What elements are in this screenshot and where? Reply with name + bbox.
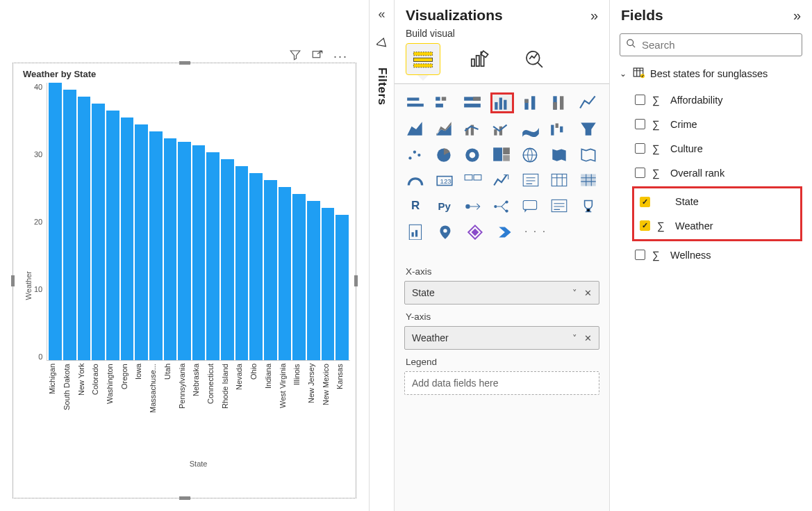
- resize-handle-top[interactable]: [179, 61, 190, 65]
- viz-type-ribbon[interactable]: [520, 118, 542, 139]
- checkbox[interactable]: [635, 168, 645, 178]
- resize-handle-right[interactable]: [354, 275, 358, 286]
- viz-type-stacked-bar-h[interactable]: [404, 92, 426, 113]
- viz-type-area[interactable]: [404, 118, 426, 139]
- viz-type-donut[interactable]: [462, 144, 484, 165]
- bar[interactable]: [322, 208, 335, 360]
- field-affordability[interactable]: ∑Affordability: [629, 88, 805, 112]
- focus-mode-icon[interactable]: [311, 49, 324, 64]
- bar[interactable]: [221, 159, 234, 360]
- viz-type-multi-card[interactable]: [462, 170, 484, 190]
- viz-type-decomposition[interactable]: [490, 195, 513, 216]
- analytics-tab[interactable]: [517, 43, 552, 75]
- resize-handle-left[interactable]: [11, 275, 15, 286]
- field-weather[interactable]: ∑Weather: [634, 213, 800, 238]
- collapse-fields-pane-icon[interactable]: »: [793, 8, 801, 24]
- bar[interactable]: [135, 124, 148, 360]
- viz-type-clustered-column[interactable]: [490, 92, 514, 113]
- viz-type-stacked-column-100[interactable]: [549, 92, 571, 113]
- legend-well[interactable]: Add data fields here: [404, 371, 599, 395]
- viz-type-stacked-bar-100[interactable]: [461, 92, 483, 113]
- expand-filters-icon[interactable]: «: [378, 7, 385, 22]
- field-overall-rank[interactable]: ∑Overall rank: [629, 161, 805, 185]
- filters-pane-collapsed[interactable]: « Filters: [369, 0, 394, 511]
- bar[interactable]: [192, 145, 206, 360]
- checkbox[interactable]: [635, 143, 645, 154]
- viz-type-card[interactable]: 123: [433, 170, 455, 190]
- viz-type-kpi[interactable]: [490, 170, 513, 190]
- xaxis-well[interactable]: State ˅✕: [404, 281, 599, 305]
- remove-field-icon[interactable]: ✕: [584, 333, 592, 343]
- bar[interactable]: [264, 180, 277, 360]
- bar[interactable]: [63, 90, 76, 360]
- checkbox[interactable]: [640, 220, 650, 231]
- viz-type-paginated[interactable]: [404, 221, 428, 242]
- checkbox[interactable]: [640, 197, 650, 207]
- viz-type-key-influencers[interactable]: [462, 195, 484, 216]
- bar[interactable]: [206, 152, 219, 360]
- chevron-down-icon[interactable]: ⌄: [620, 69, 627, 79]
- search-box[interactable]: [620, 33, 802, 56]
- bar[interactable]: [292, 194, 306, 360]
- bar[interactable]: [335, 215, 349, 360]
- format-visual-tab[interactable]: [461, 43, 496, 75]
- bar[interactable]: [149, 131, 163, 360]
- viz-type-r-visual[interactable]: R: [404, 195, 426, 216]
- bar[interactable]: [106, 111, 119, 360]
- bar[interactable]: [164, 138, 177, 360]
- viz-type-powerautomate[interactable]: [494, 221, 517, 242]
- checkbox[interactable]: [635, 95, 645, 105]
- viz-type-arcgis[interactable]: [434, 221, 458, 242]
- remove-field-icon[interactable]: ✕: [584, 288, 592, 298]
- viz-type-line[interactable]: [577, 92, 599, 113]
- bar[interactable]: [235, 166, 249, 360]
- viz-type-line-clustered-col[interactable]: [490, 118, 513, 139]
- table-header[interactable]: ⌄ Best states for sunglasses: [610, 62, 812, 85]
- more-visuals-icon[interactable]: · · ·: [524, 221, 547, 242]
- viz-type-powerapps[interactable]: [464, 221, 488, 242]
- viz-type-slicer[interactable]: [520, 170, 542, 190]
- viz-type-gauge[interactable]: [404, 170, 426, 190]
- field-state[interactable]: State: [634, 190, 800, 213]
- field-culture[interactable]: ∑Culture: [629, 136, 805, 161]
- resize-handle-bottom[interactable]: [179, 496, 190, 500]
- yaxis-well[interactable]: Weather ˅✕: [404, 326, 599, 350]
- bar[interactable]: [178, 142, 191, 360]
- viz-type-stacked-area[interactable]: [433, 118, 455, 139]
- viz-type-filled-map[interactable]: [548, 144, 570, 165]
- search-input[interactable]: [642, 39, 796, 51]
- field-wellness[interactable]: ∑Wellness: [629, 243, 805, 267]
- viz-type-pie[interactable]: [433, 144, 455, 165]
- checkbox[interactable]: [635, 250, 645, 260]
- viz-type-treemap[interactable]: [490, 144, 513, 165]
- viz-type-funnel[interactable]: [577, 118, 599, 139]
- bar[interactable]: [279, 187, 292, 360]
- visual-container[interactable]: Weather by State Weather 403020100 Michi…: [13, 63, 356, 498]
- viz-type-waterfall[interactable]: [548, 118, 570, 139]
- filter-icon[interactable]: [289, 49, 301, 64]
- chevron-down-icon[interactable]: ˅: [572, 288, 577, 298]
- collapse-viz-pane-icon[interactable]: »: [590, 8, 598, 24]
- field-crime[interactable]: ∑Crime: [629, 112, 805, 136]
- viz-type-table[interactable]: [548, 170, 570, 190]
- viz-type-narrative[interactable]: [548, 195, 570, 216]
- build-visual-tab[interactable]: [406, 43, 440, 75]
- viz-type-matrix[interactable]: [577, 170, 599, 190]
- viz-type-azure-map[interactable]: [577, 144, 599, 165]
- bar[interactable]: [49, 83, 62, 360]
- bar[interactable]: [92, 104, 105, 360]
- chevron-down-icon[interactable]: ˅: [572, 333, 577, 343]
- more-icon[interactable]: ···: [333, 49, 348, 64]
- bar[interactable]: [249, 173, 263, 360]
- viz-type-map[interactable]: [520, 144, 542, 165]
- viz-type-clustered-bar-h[interactable]: [433, 92, 455, 113]
- bar[interactable]: [78, 97, 91, 360]
- bar[interactable]: [307, 201, 320, 360]
- viz-type-qa[interactable]: [520, 195, 542, 216]
- bar[interactable]: [121, 117, 134, 360]
- checkbox[interactable]: [635, 119, 645, 129]
- viz-type-py-visual[interactable]: Py: [433, 195, 455, 216]
- viz-type-goals[interactable]: [577, 195, 599, 216]
- viz-type-scatter[interactable]: [404, 144, 426, 165]
- viz-type-line-stacked-col[interactable]: [462, 118, 484, 139]
